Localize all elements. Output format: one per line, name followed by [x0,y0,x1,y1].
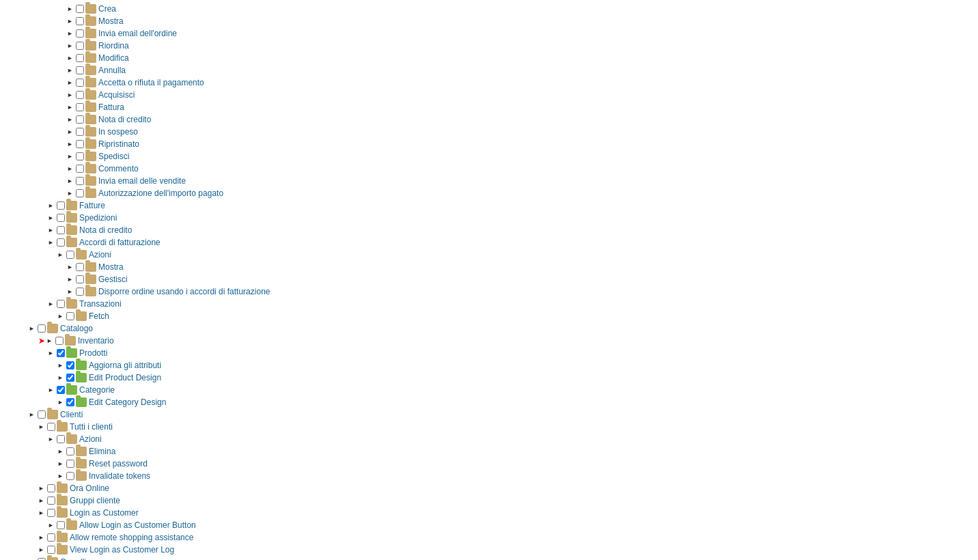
expand-arrow-icon[interactable]: ► [57,445,64,458]
expand-arrow-icon[interactable]: ► [48,347,55,359]
tree-item-label-login-customer[interactable]: Login as Customer [70,507,139,519]
permission-checkbox-spedizioni[interactable] [57,214,65,222]
permission-checkbox-invalidate-tokens[interactable] [66,472,74,480]
tree-item-label-fatture[interactable]: Fatture [79,199,105,212]
expand-arrow-icon[interactable]: ► [67,126,74,138]
expand-arrow-icon[interactable]: ► [48,236,55,249]
tree-item-label-prodotti[interactable]: Prodotti [79,347,107,359]
expand-arrow-icon[interactable]: ► [67,3,74,15]
permission-checkbox-clienti[interactable] [38,410,46,419]
expand-arrow-icon[interactable]: ► [48,199,55,212]
permission-checkbox-spedisci[interactable] [76,152,84,160]
tree-item-label-mostra1[interactable]: Mostra [98,15,124,27]
permission-checkbox-inventario[interactable] [55,337,64,345]
permission-checkbox-gruppi-cliente[interactable] [47,496,55,505]
tree-item-label-acquisisci[interactable]: Acquisisci [98,89,135,101]
tree-item-label-fetch[interactable]: Fetch [89,310,109,322]
tree-item-label-catalogo[interactable]: Catalogo [60,322,93,335]
permission-checkbox-commento[interactable] [76,165,84,173]
permission-checkbox-riordina[interactable] [76,42,84,50]
tree-item-label-accordi-fatturazione[interactable]: Accordi di fatturazione [79,236,160,249]
expand-arrow-icon[interactable]: ► [57,249,64,261]
tree-item-label-azioni2[interactable]: Azioni [79,433,102,445]
permission-checkbox-accetta-rifiuta[interactable] [76,79,84,87]
expand-arrow-icon[interactable]: ► [38,544,45,556]
expand-arrow-icon[interactable]: ► [48,519,55,531]
tree-item-label-inventario[interactable]: Inventario [78,335,114,347]
permission-checkbox-annulla[interactable] [76,66,84,74]
tree-item-label-edit-category-design[interactable]: Edit Category Design [89,396,166,408]
tree-item-label-carrelli[interactable]: Carrelli [60,556,86,560]
permission-checkbox-login-customer[interactable] [47,509,55,517]
tree-item-label-aggiorna-attributi[interactable]: Aggiorna gli attributi [89,359,161,372]
expand-arrow-icon[interactable]: ► [57,470,64,482]
permission-checkbox-elimina[interactable] [66,447,74,456]
tree-item-label-commento[interactable]: Commento [98,163,139,175]
tree-item-label-accetta-rifiuta[interactable]: Accetta o rifiuta il pagamento [98,76,204,89]
tree-item-label-spedizioni[interactable]: Spedizioni [79,212,117,224]
expand-arrow-icon[interactable]: ► [67,101,74,113]
expand-arrow-icon[interactable]: ► [67,187,74,199]
expand-arrow-icon[interactable]: ► [67,138,74,150]
permission-checkbox-fetch[interactable] [66,312,74,320]
tree-item-label-ripristinato[interactable]: Ripristinato [98,138,139,150]
permission-checkbox-edit-category-design[interactable] [66,398,74,406]
permission-checkbox-crea[interactable] [76,5,84,13]
tree-item-label-view-login-log[interactable]: View Login as Customer Log [70,544,174,556]
permission-checkbox-mostra1[interactable] [76,17,84,25]
expand-arrow-icon[interactable]: ► [67,52,74,64]
expand-arrow-icon[interactable]: ► [67,15,74,27]
permission-checkbox-catalogo[interactable] [38,324,46,333]
permission-checkbox-gestisci[interactable] [76,275,84,283]
expand-arrow-icon[interactable]: ► [67,163,74,175]
tree-item-label-allow-remote[interactable]: Allow remote shopping assistance [70,531,193,544]
tree-item-label-azioni1[interactable]: Azioni [89,249,111,261]
permission-checkbox-disporre[interactable] [76,288,84,296]
permission-checkbox-ora-online[interactable] [47,484,55,492]
permission-checkbox-prodotti[interactable] [57,349,65,357]
permission-checkbox-reset-password[interactable] [66,460,74,468]
expand-arrow-icon[interactable]: ► [48,433,55,445]
expand-arrow-icon[interactable]: ► [67,113,74,126]
expand-arrow-icon[interactable]: ► [38,531,45,544]
permission-checkbox-modifica[interactable] [76,54,84,62]
expand-arrow-icon[interactable]: ► [38,494,45,507]
expand-arrow-icon[interactable]: ► [57,359,64,372]
expand-arrow-icon[interactable]: ► [57,310,64,322]
tree-item-label-transazioni[interactable]: Transazioni [79,298,122,310]
permission-checkbox-acquisisci[interactable] [76,91,84,99]
expand-arrow-icon[interactable]: ► [57,458,64,470]
tree-item-label-nota-credito1[interactable]: Nota di credito [98,113,151,126]
expand-arrow-icon[interactable]: ► [48,384,55,396]
permission-checkbox-in-sospeso[interactable] [76,128,84,136]
tree-item-label-in-sospeso[interactable]: In sospeso [98,126,138,138]
permission-checkbox-nota-credito2[interactable] [57,226,65,234]
expand-arrow-icon[interactable]: ► [38,507,45,519]
expand-arrow-icon[interactable]: ► [38,482,45,494]
expand-arrow-icon[interactable]: ► [38,421,45,433]
tree-item-label-clienti[interactable]: Clienti [60,408,83,421]
permission-checkbox-categorie[interactable] [57,386,65,394]
expand-arrow-icon[interactable]: ► [67,89,74,101]
tree-item-label-ora-online[interactable]: Ora Online [70,482,109,494]
tree-item-label-elimina[interactable]: Elimina [89,445,115,458]
permission-checkbox-allow-login-button[interactable] [57,521,65,529]
permission-checkbox-transazioni[interactable] [57,300,65,308]
expand-arrow-icon[interactable]: ► [67,150,74,163]
tree-item-label-reset-password[interactable]: Reset password [89,458,148,470]
tree-item-label-annulla[interactable]: Annulla [98,64,126,76]
permission-checkbox-nota-credito1[interactable] [76,115,84,124]
expand-arrow-icon[interactable]: ► [29,322,36,335]
permission-checkbox-autorizzazione[interactable] [76,189,84,197]
tree-item-label-tutti-clienti[interactable]: Tutti i clienti [70,421,113,433]
permission-checkbox-accordi-fatturazione[interactable] [57,238,65,247]
tree-item-label-mostra2[interactable]: Mostra [98,261,124,273]
permission-checkbox-edit-product-design[interactable] [66,374,74,382]
expand-arrow-icon[interactable]: ► [67,261,74,273]
permission-checkbox-aggiorna-attributi[interactable] [66,361,74,369]
tree-item-label-invalidate-tokens[interactable]: Invalidate tokens [89,470,150,482]
tree-item-label-allow-login-button[interactable]: Allow Login as Customer Button [79,519,196,531]
expand-arrow-icon[interactable]: ► [57,396,64,408]
expand-arrow-icon[interactable]: ► [46,335,53,347]
expand-arrow-icon[interactable]: ► [57,372,64,384]
